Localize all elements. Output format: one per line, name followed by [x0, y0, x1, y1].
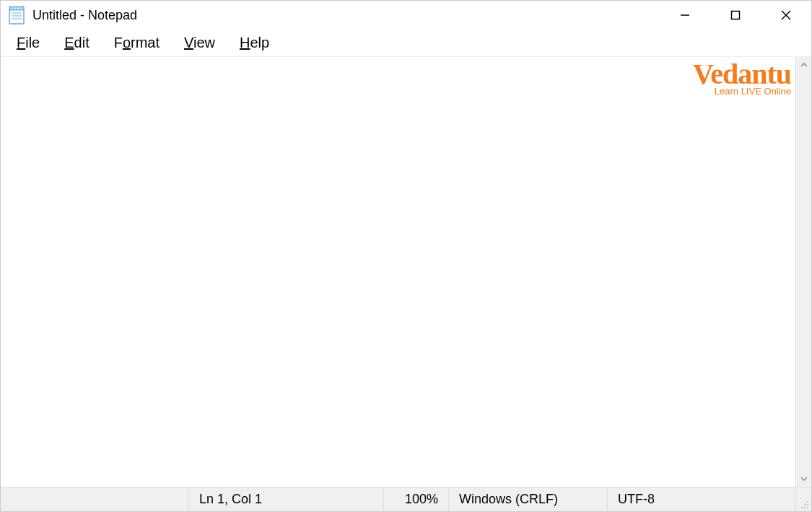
vertical-scrollbar[interactable] — [795, 57, 811, 487]
menu-view[interactable]: View — [177, 32, 222, 54]
svg-rect-10 — [732, 12, 740, 19]
title-bar: Untitled - Notepad — [1, 1, 811, 30]
svg-point-18 — [807, 507, 808, 508]
svg-point-8 — [20, 8, 22, 9]
menu-file[interactable]: File — [9, 32, 47, 54]
status-position: Ln 1, Col 1 — [188, 487, 383, 511]
svg-point-14 — [804, 504, 806, 506]
svg-point-13 — [807, 501, 808, 503]
notepad-icon — [8, 5, 25, 25]
notepad-window: Untitled - Notepad File Edit Format View… — [0, 0, 812, 512]
svg-point-15 — [807, 504, 808, 506]
menu-edit[interactable]: Edit — [57, 32, 96, 54]
menu-help[interactable]: Help — [232, 32, 276, 54]
svg-rect-0 — [9, 9, 24, 24]
status-line-ending: Windows (CRLF) — [448, 487, 607, 511]
svg-point-17 — [804, 507, 806, 508]
svg-point-7 — [17, 8, 19, 9]
scroll-up-icon[interactable] — [796, 57, 811, 73]
menu-bar: File Edit Format View Help — [1, 30, 811, 57]
window-controls — [660, 1, 811, 30]
scroll-down-icon[interactable] — [796, 471, 811, 487]
status-encoding: UTF-8 — [607, 487, 795, 511]
svg-point-16 — [801, 507, 803, 508]
svg-point-5 — [12, 8, 13, 9]
status-spacer — [1, 487, 188, 511]
window-title: Untitled - Notepad — [32, 8, 660, 23]
content-area: Vedantu Learn LIVE Online — [1, 57, 811, 487]
text-editor[interactable] — [1, 57, 795, 487]
close-button[interactable] — [761, 1, 811, 30]
menu-format[interactable]: Format — [107, 32, 167, 54]
status-bar: Ln 1, Col 1 100% Windows (CRLF) UTF-8 — [1, 487, 811, 511]
maximize-button[interactable] — [710, 1, 761, 30]
svg-point-6 — [14, 8, 16, 9]
status-zoom: 100% — [383, 487, 448, 511]
resize-grip-icon[interactable] — [795, 487, 811, 511]
minimize-button[interactable] — [660, 1, 710, 30]
